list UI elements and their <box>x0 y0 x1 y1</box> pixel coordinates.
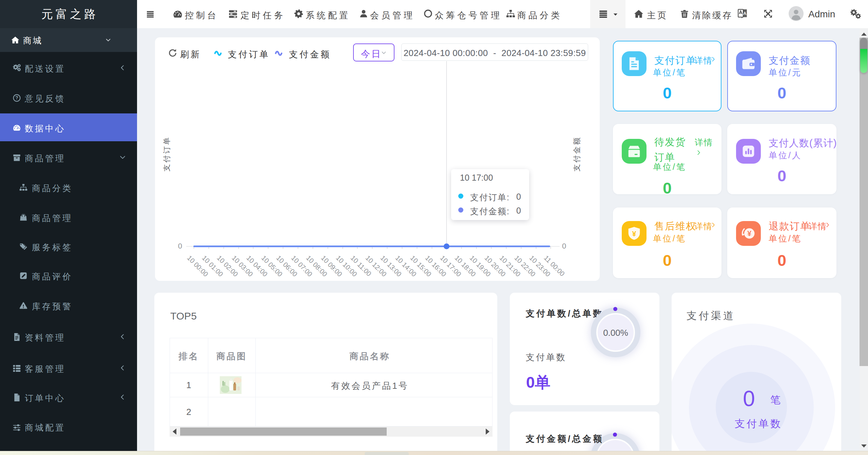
svg-text:?: ? <box>15 95 18 101</box>
svg-text:A: A <box>743 11 747 16</box>
svg-text:¥: ¥ <box>747 230 751 238</box>
svg-text:¥: ¥ <box>632 230 636 238</box>
